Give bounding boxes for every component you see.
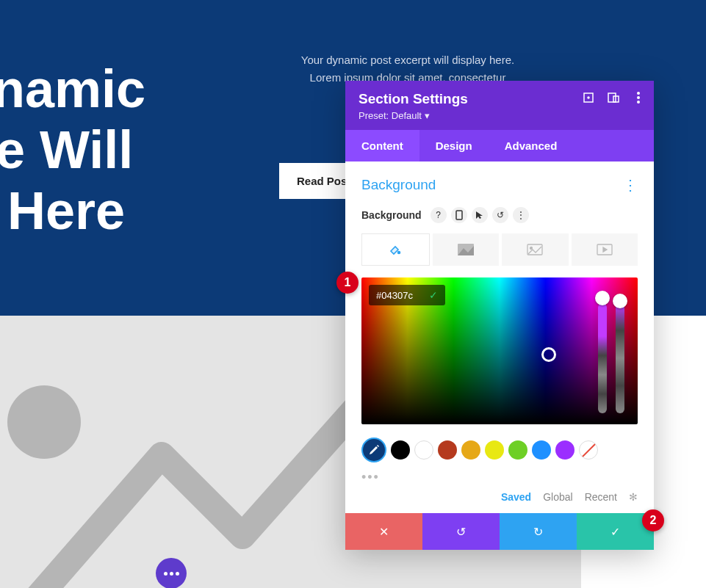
excerpt-line: Your dynamic post excerpt will display h…	[279, 51, 536, 69]
svg-point-1	[588, 97, 589, 98]
hex-confirm-icon[interactable]: ✓	[429, 289, 438, 301]
swatch-1[interactable]	[414, 440, 433, 460]
color-picker[interactable]: ✓	[361, 277, 638, 424]
bg-tab-gradient[interactable]	[433, 233, 500, 266]
phone-icon[interactable]	[451, 207, 467, 223]
background-option-row: Background ? ↺ ⋮	[361, 207, 638, 223]
palette-saved-link[interactable]: Saved	[501, 491, 531, 503]
swatch-2[interactable]	[438, 440, 457, 460]
alpha-slider-knob[interactable]	[613, 294, 627, 308]
hex-input-chip: ✓	[369, 285, 445, 305]
svg-point-11	[530, 247, 533, 250]
tab-advanced[interactable]: Advanced	[489, 130, 574, 161]
expand-icon[interactable]	[582, 91, 595, 104]
panel-tabs: Content Design Advanced	[345, 130, 654, 161]
chevron-down-icon: ▾	[425, 110, 430, 121]
panel-body: Background ⋮ Background ? ↺ ⋮ ✓	[345, 161, 654, 513]
swatch-none[interactable]	[579, 440, 598, 460]
swatch-0[interactable]	[391, 440, 410, 460]
bg-tab-video[interactable]	[572, 233, 638, 266]
annotation-2: 2	[642, 509, 664, 531]
preset-dropdown[interactable]: Preset: Default ▾	[359, 110, 641, 121]
hero-title: ynamic tle Will y Here	[0, 59, 145, 241]
tab-content[interactable]: Content	[345, 130, 419, 161]
tab-design[interactable]: Design	[419, 130, 489, 161]
svg-point-6	[637, 101, 640, 104]
hero-title-line: tle Will	[0, 120, 145, 181]
section-heading[interactable]: Background ⋮	[361, 176, 638, 194]
hue-slider-knob[interactable]	[595, 291, 610, 305]
bg-tab-image[interactable]	[502, 233, 569, 266]
svg-point-4	[637, 92, 640, 95]
panel-footer: ✕ ↺ ↻ ✓	[345, 513, 654, 550]
section-menu-icon[interactable]: ⋮	[623, 176, 638, 194]
redo-button[interactable]: ↻	[500, 513, 577, 550]
palette-link-row: Saved Global Recent ✻	[361, 491, 638, 503]
panel-header[interactable]: Section Settings Preset: Default ▾	[345, 81, 654, 130]
annotation-1: 1	[336, 272, 359, 294]
palette-settings-icon[interactable]: ✻	[629, 491, 638, 503]
svg-point-8	[398, 252, 400, 254]
swatch-3[interactable]	[461, 440, 480, 460]
svg-point-5	[637, 96, 640, 99]
help-icon[interactable]: ?	[431, 207, 447, 223]
svg-rect-7	[456, 211, 462, 219]
swatch-5[interactable]	[508, 440, 527, 460]
section-heading-label: Background	[361, 177, 436, 193]
color-swatches	[361, 438, 638, 462]
more-icon[interactable]	[632, 91, 645, 104]
hover-icon[interactable]	[472, 207, 488, 223]
swatch-4[interactable]	[485, 440, 504, 460]
more-swatches-icon[interactable]: •••	[361, 470, 638, 485]
swatch-7[interactable]	[555, 440, 574, 460]
cancel-button[interactable]: ✕	[345, 513, 422, 550]
swatch-6[interactable]	[532, 440, 551, 460]
undo-button[interactable]: ↺	[422, 513, 500, 550]
hero-title-line: y Here	[0, 181, 145, 242]
hex-input[interactable]	[376, 290, 422, 301]
option-more-icon[interactable]: ⋮	[513, 207, 529, 223]
background-option-label: Background	[361, 209, 422, 221]
color-cursor[interactable]	[541, 347, 556, 362]
floating-action-button[interactable]	[156, 558, 187, 588]
responsive-icon[interactable]	[607, 91, 620, 104]
bg-tab-color[interactable]	[361, 233, 430, 266]
alpha-slider[interactable]	[616, 303, 624, 413]
eyedropper-button[interactable]	[361, 438, 386, 462]
settings-panel: Section Settings Preset: Default ▾ Conte…	[345, 81, 654, 550]
hero-title-line: ynamic	[0, 59, 145, 120]
palette-global-link[interactable]: Global	[543, 491, 572, 503]
background-type-tabs	[361, 233, 638, 266]
hue-slider[interactable]	[598, 303, 607, 413]
svg-rect-2	[608, 93, 616, 102]
reset-icon[interactable]: ↺	[492, 207, 508, 223]
palette-recent-link[interactable]: Recent	[585, 491, 617, 503]
